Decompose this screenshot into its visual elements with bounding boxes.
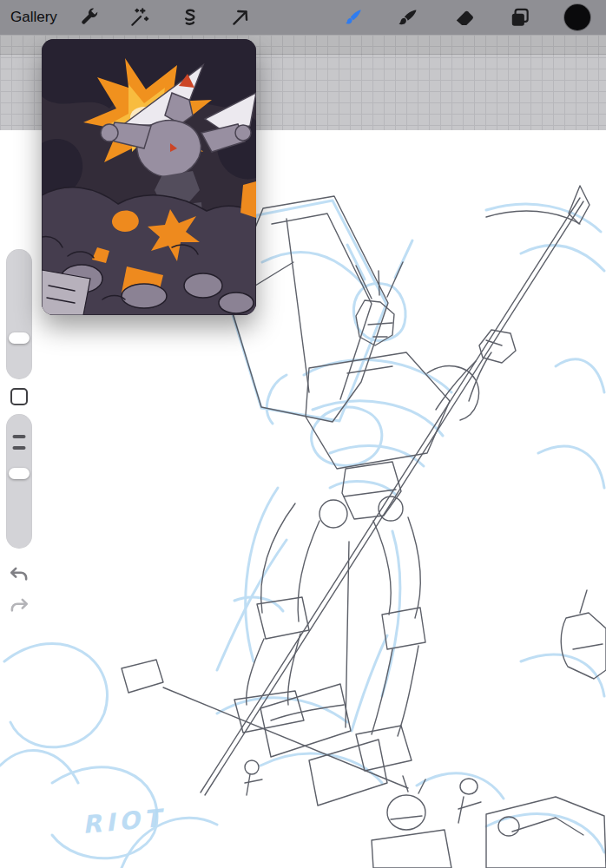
slider-tick-mark xyxy=(13,446,26,450)
selection-s-icon xyxy=(179,6,201,29)
slider-tick-mark xyxy=(13,435,26,438)
erase-button[interactable] xyxy=(453,6,476,29)
brush-sidebar xyxy=(4,249,34,618)
reference-image-window[interactable] xyxy=(42,39,256,315)
smudge-icon xyxy=(398,6,420,29)
reference-artwork xyxy=(42,39,256,315)
actions-button[interactable] xyxy=(78,6,101,29)
smudge-button[interactable] xyxy=(398,6,420,29)
undo-button[interactable] xyxy=(8,564,30,587)
modify-button[interactable] xyxy=(10,388,28,405)
transform-button[interactable] xyxy=(229,6,252,29)
wrench-icon xyxy=(78,6,101,29)
transform-arrow-icon xyxy=(229,6,252,29)
redo-arrow-icon xyxy=(8,595,30,618)
brush-opacity-knob[interactable] xyxy=(9,468,30,479)
layers-button[interactable] xyxy=(509,6,531,29)
paintbrush-icon xyxy=(342,6,365,29)
layers-icon xyxy=(509,6,531,29)
top-toolbar: Gallery xyxy=(0,0,606,35)
brush-opacity-slider[interactable] xyxy=(6,414,32,549)
color-swatch[interactable] xyxy=(564,4,590,30)
brush-size-knob[interactable] xyxy=(9,332,30,344)
paint-button[interactable] xyxy=(342,6,365,29)
magic-wand-icon xyxy=(128,6,151,29)
gallery-button[interactable]: Gallery xyxy=(10,9,57,26)
undo-arrow-icon xyxy=(8,564,30,587)
eraser-icon xyxy=(453,6,476,29)
redo-button[interactable] xyxy=(8,595,30,618)
right-tool-group xyxy=(342,4,596,30)
brush-size-slider[interactable] xyxy=(6,249,32,379)
adjustments-button[interactable] xyxy=(128,6,151,29)
selection-button[interactable] xyxy=(179,6,201,29)
left-tool-group xyxy=(78,6,252,29)
